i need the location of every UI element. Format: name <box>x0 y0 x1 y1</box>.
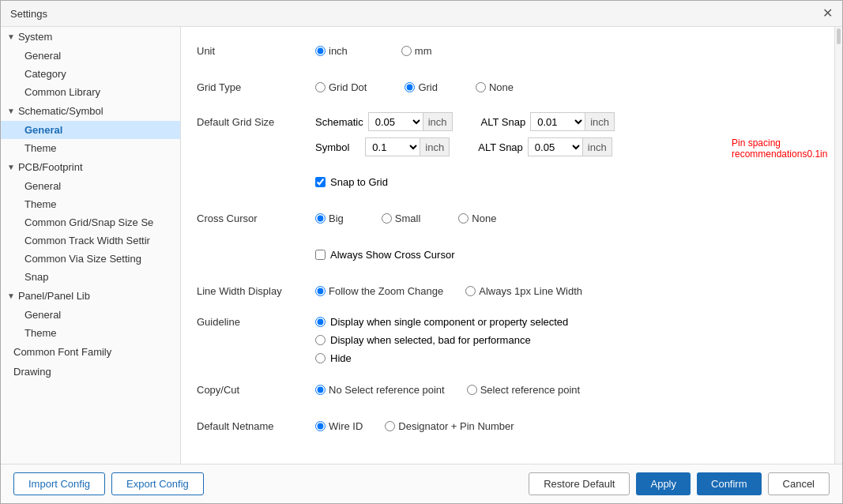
cursor-none-radio[interactable] <box>458 213 469 224</box>
sidebar-group-pcb-label: PCB/Footprint <box>18 161 83 173</box>
guideline-label: Guideline <box>197 316 315 328</box>
designator-pin-radio[interactable] <box>385 421 395 431</box>
export-config-button[interactable]: Export Config <box>111 472 204 495</box>
symbol-label: Symbol <box>315 141 349 153</box>
default-netname-row: Default Netname Wire ID Designator + Pin… <box>197 415 819 437</box>
content-scroll-wrapper: Unit inch mm Grid Type <box>181 27 842 464</box>
cursor-big-option[interactable]: Big <box>315 213 344 224</box>
confirm-button[interactable]: Confirm <box>697 472 762 495</box>
line-width-label: Line Width Display <box>197 285 315 297</box>
guideline-display-selected-option[interactable]: Display when selected, bad for performan… <box>315 334 568 346</box>
cursor-none-option[interactable]: None <box>458 213 496 224</box>
schematic-grid-unit: inch <box>423 112 453 131</box>
cursor-none-label: None <box>472 213 496 224</box>
import-config-button[interactable]: Import Config <box>13 472 105 495</box>
sidebar-item-general-panel[interactable]: General <box>1 306 180 324</box>
cursor-small-radio[interactable] <box>382 213 392 224</box>
sidebar-item-theme-pcb[interactable]: Theme <box>1 195 180 213</box>
sidebar-item-common-font[interactable]: Common Font Family <box>1 342 180 362</box>
alt-snap-input: 0.01 inch <box>530 112 615 131</box>
sidebar-item-theme-schematic[interactable]: Theme <box>1 139 180 157</box>
guideline-display-selected-radio[interactable] <box>315 335 326 345</box>
always-show-cursor-checkbox[interactable] <box>315 250 326 260</box>
grid-none-label: None <box>489 81 514 93</box>
wire-id-radio[interactable] <box>315 421 326 431</box>
unit-row: Unit inch mm <box>197 39 819 62</box>
alt-snap2-label: ALT Snap <box>478 141 523 153</box>
sidebar-group-schematic[interactable]: ▼ Schematic/Symbol <box>1 101 180 121</box>
unit-mm-radio[interactable] <box>401 46 412 56</box>
no-select-ref-label: No Select reference point <box>329 384 445 396</box>
symbol-grid-select[interactable]: 0.1 <box>365 137 420 156</box>
unit-inch-radio[interactable] <box>315 46 326 56</box>
theme-panel-label: Theme <box>24 327 56 339</box>
wire-id-option[interactable]: Wire ID <box>315 420 363 432</box>
cursor-small-option[interactable]: Small <box>382 213 421 224</box>
grid-radio[interactable] <box>405 82 415 92</box>
guideline-controls: Display when single component or propert… <box>315 316 568 364</box>
grid-size-row: Default Grid Size Schematic 0.05 inch AL… <box>197 112 819 156</box>
symbol-grid-controls: Symbol 0.1 inch ALT Snap 0.05 <box>315 137 612 156</box>
alt-snap2-select[interactable]: 0.05 <box>528 137 583 156</box>
unit-inch-option[interactable]: inch <box>315 45 348 57</box>
follow-zoom-option[interactable]: Follow the Zoom Change <box>315 285 443 297</box>
guideline-display-single-option[interactable]: Display when single component or propert… <box>315 316 568 328</box>
always-show-cursor-option[interactable]: Always Show Cross Cursor <box>315 249 455 261</box>
guideline-display-single-radio[interactable] <box>315 317 326 327</box>
guideline-hide-option[interactable]: Hide <box>315 352 568 364</box>
common-library-label: Common Library <box>24 86 100 98</box>
guideline-hide-radio[interactable] <box>315 353 326 363</box>
footer-right: Restore Default Apply Confirm Cancel <box>529 472 830 495</box>
grid-type-controls: Grid Dot Grid None <box>315 81 514 93</box>
grid-type-label: Grid Type <box>197 81 315 93</box>
grid-dot-option[interactable]: Grid Dot <box>315 81 367 93</box>
snap-to-grid-checkbox[interactable] <box>315 177 326 187</box>
grid-option[interactable]: Grid <box>405 81 438 93</box>
scrollbar-thumb[interactable] <box>837 28 841 44</box>
cursor-big-radio[interactable] <box>315 213 326 224</box>
sidebar-group-pcb[interactable]: ▼ PCB/Footprint <box>1 157 180 177</box>
no-select-ref-option[interactable]: No Select reference point <box>315 384 445 396</box>
dialog-title: Settings <box>10 8 47 20</box>
sidebar-group-system[interactable]: ▼ System <box>1 27 180 47</box>
follow-zoom-radio[interactable] <box>315 286 326 296</box>
copy-cut-row: Copy/Cut No Select reference point Selec… <box>197 378 819 401</box>
grid-none-radio[interactable] <box>476 82 486 92</box>
sidebar: ▼ System General Category Common Library… <box>1 27 181 464</box>
close-button[interactable]: ✕ <box>822 7 833 20</box>
sidebar-group-panel[interactable]: ▼ Panel/Panel Lib <box>1 286 180 306</box>
designator-pin-option[interactable]: Designator + Pin Number <box>385 420 514 432</box>
apply-button[interactable]: Apply <box>636 472 691 495</box>
sidebar-item-common-grid[interactable]: Common Grid/Snap Size Se <box>1 213 180 231</box>
alt-snap2-input: 0.05 inch <box>528 137 612 156</box>
sidebar-item-general-system[interactable]: General <box>1 47 180 65</box>
select-ref-radio[interactable] <box>467 385 477 395</box>
sidebar-item-snap[interactable]: Snap <box>1 268 180 286</box>
restore-default-button[interactable]: Restore Default <box>529 472 630 495</box>
snap-to-grid-label: Snap to Grid <box>330 176 388 188</box>
grid-dot-radio[interactable] <box>315 82 326 92</box>
alt-snap-select[interactable]: 0.01 <box>530 112 585 131</box>
always-1px-option[interactable]: Always 1px Line Width <box>465 285 582 297</box>
sidebar-item-category[interactable]: Category <box>1 65 180 83</box>
schematic-grid-select[interactable]: 0.05 <box>368 112 423 131</box>
sidebar-item-common-library[interactable]: Common Library <box>1 83 180 101</box>
sidebar-item-common-via[interactable]: Common Via Size Setting <box>1 250 180 268</box>
sidebar-item-theme-panel[interactable]: Theme <box>1 324 180 342</box>
sidebar-item-common-track[interactable]: Common Track Width Settir <box>1 231 180 250</box>
grid-none-option[interactable]: None <box>476 81 514 93</box>
sidebar-item-general-pcb[interactable]: General <box>1 177 180 195</box>
line-width-row: Line Width Display Follow the Zoom Chang… <box>197 280 819 302</box>
content-scrollbar[interactable] <box>834 27 842 464</box>
sidebar-item-general-schematic[interactable]: General <box>1 121 180 139</box>
title-bar: Settings ✕ <box>1 1 842 27</box>
sidebar-item-drawing[interactable]: Drawing <box>1 362 180 382</box>
sidebar-group-schematic-label: Schematic/Symbol <box>18 105 103 117</box>
cursor-big-label: Big <box>329 213 344 224</box>
cancel-button[interactable]: Cancel <box>768 472 830 495</box>
select-ref-option[interactable]: Select reference point <box>467 384 580 396</box>
unit-mm-option[interactable]: mm <box>401 45 432 57</box>
snap-to-grid-option[interactable]: Snap to Grid <box>315 176 388 188</box>
always-1px-radio[interactable] <box>465 286 476 296</box>
no-select-ref-radio[interactable] <box>315 385 326 395</box>
